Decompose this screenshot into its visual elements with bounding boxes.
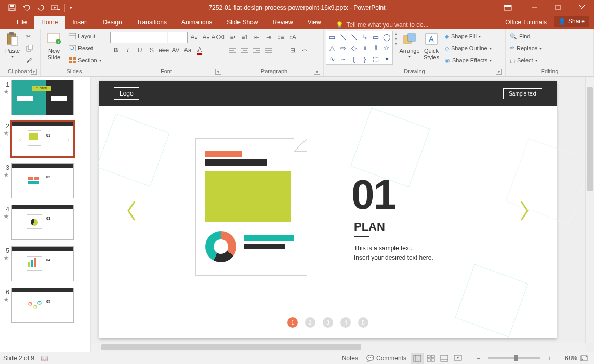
arrange-button[interactable]: Arrange▾ [399, 31, 420, 59]
slide-thumbnail-2[interactable]: 01 ‹ › [11, 122, 74, 157]
shape-effects-button[interactable]: ◉Shape Effects▾ [443, 55, 494, 66]
shape-outline-button[interactable]: ◇Shape Outline▾ [443, 43, 494, 54]
shape-arrow-d-icon[interactable]: ⇩ [371, 43, 381, 53]
office-tutorials-link[interactable]: Office Tutorials [501, 16, 551, 29]
tab-home[interactable]: Home [34, 16, 65, 29]
horizontal-scrollbar[interactable] [91, 343, 585, 352]
minimize-button[interactable] [522, 0, 546, 16]
redo-icon[interactable] [34, 2, 48, 14]
scroll-thumb[interactable] [587, 87, 593, 191]
shape-line2-icon[interactable]: ＼ [349, 32, 359, 42]
quick-styles-button[interactable]: A Quick Styles [421, 31, 442, 60]
shape-elbow-icon[interactable]: ↳ [360, 32, 370, 42]
dot-5[interactable]: 5 [358, 317, 368, 328]
paragraph-launcher[interactable]: ▾ [314, 69, 320, 75]
dot-4[interactable]: 4 [340, 317, 351, 328]
change-case-icon[interactable]: Aa [182, 45, 193, 56]
slide-counter[interactable]: Slide 2 of 9 [3, 355, 34, 362]
decrease-indent-icon[interactable]: ⇤ [251, 32, 262, 43]
char-spacing-icon[interactable]: AV [170, 45, 181, 56]
slide-heading[interactable]: PLAN [354, 220, 385, 234]
find-button[interactable]: 🔍Find [508, 31, 544, 42]
gallery-down-icon[interactable]: ▾ [395, 36, 397, 41]
slide-canvas[interactable]: Logo Sample text [99, 81, 557, 338]
slide-number-big[interactable]: 01 [351, 171, 395, 219]
format-painter-button[interactable]: 🖌 [24, 55, 35, 66]
dot-1[interactable]: 1 [287, 317, 298, 328]
gallery-more-icon[interactable]: ▾ [395, 41, 397, 46]
layout-button[interactable]: Layout [67, 31, 103, 42]
clear-formatting-icon[interactable]: A⌫ [212, 32, 223, 43]
shape-textbox-icon[interactable]: ▭ [327, 32, 337, 42]
normal-view-icon[interactable] [411, 353, 424, 364]
shape-callout-icon[interactable]: ⬚ [371, 53, 381, 64]
slide-canvas-area[interactable]: Logo Sample text [91, 77, 594, 352]
slide-body-text[interactable]: This is a sample text. Insert your desir… [354, 244, 433, 262]
slide-thumbnail-5[interactable]: 04 [11, 246, 74, 281]
reading-view-icon[interactable] [438, 353, 451, 364]
cut-button[interactable]: ✂ [24, 31, 35, 42]
zoom-level[interactable]: 68% [557, 355, 577, 362]
scroll-thumb[interactable] [101, 344, 361, 350]
thumb-item[interactable]: 5★ 04 [2, 246, 85, 281]
decrease-font-icon[interactable]: A▾ [200, 32, 212, 43]
prev-arrow[interactable] [125, 199, 137, 222]
start-from-beginning-icon[interactable] [49, 2, 62, 14]
font-name-combo[interactable] [110, 32, 167, 43]
sample-text-placeholder[interactable]: Sample text [503, 88, 542, 99]
numbering-icon[interactable]: ≡1 [239, 32, 250, 43]
new-slide-button[interactable]: + New Slide [43, 31, 65, 60]
slide-thumbnails[interactable]: 1★ CUSTOM 2★ 01 ‹ › 3★ [0, 77, 91, 352]
increase-font-icon[interactable]: A▴ [188, 32, 200, 43]
logo-placeholder[interactable]: Logo [114, 87, 139, 100]
shape-star-icon[interactable]: ☆ [381, 43, 392, 53]
shape-fill-button[interactable]: ◆Shape Fill▾ [443, 31, 494, 42]
tab-file[interactable]: File [9, 16, 34, 29]
underline-icon[interactable]: U [134, 45, 146, 56]
thumb-item[interactable]: 1★ CUSTOM [2, 80, 85, 115]
shape-brace-r-icon[interactable]: } [360, 53, 370, 64]
font-size-combo[interactable] [168, 32, 188, 43]
tab-slideshow[interactable]: Slide Show [219, 16, 265, 29]
thumb-item[interactable]: 3★ 02 [2, 163, 85, 198]
slide-thumbnail-1[interactable]: CUSTOM [11, 80, 74, 115]
justify-icon[interactable] [263, 45, 274, 56]
font-color-icon[interactable]: A [194, 45, 205, 56]
vertical-scrollbar[interactable] [585, 77, 594, 343]
slideshow-view-icon[interactable] [451, 353, 465, 364]
ribbon-display-options-icon[interactable] [498, 2, 517, 14]
shape-arrow-u-icon[interactable]: ⇧ [360, 43, 370, 53]
save-icon[interactable] [5, 2, 19, 14]
qat-customize-icon[interactable]: ▾ [67, 2, 74, 14]
shape-action-icon[interactable]: ✦ [381, 53, 392, 64]
undo-icon[interactable] [20, 2, 33, 14]
next-arrow[interactable] [519, 199, 531, 222]
columns-icon[interactable]: ≣≣ [275, 45, 286, 56]
zoom-in-button[interactable]: + [543, 353, 557, 364]
tell-me-search[interactable]: 💡 Tell me what you want to do... [336, 21, 501, 29]
increase-indent-icon[interactable]: ⇥ [263, 32, 274, 43]
shape-brace-l-icon[interactable]: { [349, 53, 359, 64]
smartart-icon[interactable]: ⤺ [299, 45, 310, 56]
thumb-item[interactable]: 6★ ⚙ ⚙ ⚙ 05 [2, 288, 85, 323]
zoom-slider[interactable] [488, 357, 540, 359]
zoom-handle[interactable] [514, 355, 518, 361]
dot-3[interactable]: 3 [323, 317, 333, 328]
drawing-launcher[interactable]: ▾ [496, 69, 502, 75]
share-button[interactable]: 👤 Share [554, 16, 589, 27]
strikethrough-icon[interactable]: abc [158, 45, 169, 56]
gallery-up-icon[interactable]: ▴ [395, 32, 397, 36]
slide-thumbnail-3[interactable]: 02 [11, 163, 74, 198]
shape-oval-icon[interactable]: ◯ [381, 32, 392, 42]
shape-curve-icon[interactable]: ∿ [327, 53, 337, 64]
zoom-out-button[interactable]: − [471, 353, 485, 364]
shape-rect-icon[interactable]: ▭ [371, 32, 381, 42]
thumb-item[interactable]: 2★ 01 ‹ › [2, 122, 85, 157]
clipboard-launcher[interactable]: ▾ [31, 69, 37, 75]
tab-transitions[interactable]: Transitions [129, 16, 174, 29]
align-left-icon[interactable] [227, 45, 239, 56]
shape-triangle-icon[interactable]: △ [327, 43, 337, 53]
shape-freeform-icon[interactable]: ~ [338, 53, 348, 64]
italic-icon[interactable]: I [122, 45, 134, 56]
slidesorter-view-icon[interactable] [424, 353, 438, 364]
